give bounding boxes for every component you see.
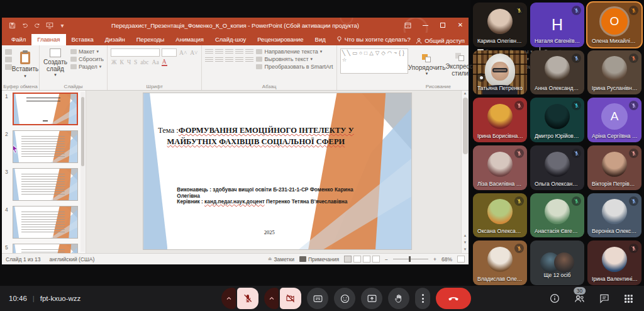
mic-muted-button[interactable] <box>237 288 258 309</box>
camera-options-chevron[interactable] <box>264 288 279 309</box>
participant-tile-6[interactable]: Ірина Борисівна Са... <box>473 98 527 142</box>
shape-glyph-3[interactable]: ○ <box>359 50 362 56</box>
shape-glyph-11[interactable]: } <box>402 50 404 56</box>
reactions-button[interactable] <box>334 288 355 309</box>
layout-button[interactable]: Макет▾ <box>70 48 104 55</box>
participant-tile-4[interactable]: Анна Олександрівн... <box>530 50 584 95</box>
list-buttons[interactable] <box>205 49 253 55</box>
present-button[interactable] <box>361 288 382 309</box>
editor-scrollbar[interactable]: ▴ ▴▾▾ <box>461 91 469 253</box>
activities-button[interactable] <box>623 293 634 304</box>
menu-tab-1[interactable]: Главная <box>31 34 65 45</box>
participant-tile-12[interactable]: Оксана Олександрі... <box>473 193 527 238</box>
shape-glyph-10[interactable]: { <box>399 50 401 56</box>
shape-glyph-7[interactable]: ◇ <box>381 50 386 56</box>
font-style-button-0[interactable]: Ж <box>111 59 118 65</box>
font-name-box[interactable] <box>111 48 160 57</box>
align-text-button[interactable]: Выровнять текст▾ <box>256 56 333 62</box>
more-options-button[interactable] <box>415 288 430 309</box>
font-style-button-2[interactable]: Ч <box>126 59 131 65</box>
font-style-button-3[interactable]: S <box>133 59 138 65</box>
menu-tab-0[interactable]: Файл <box>6 34 31 45</box>
participant-tile-8[interactable]: AАріна Сергіївна Ду... <box>587 98 641 142</box>
slide-thumbnail-4[interactable] <box>13 206 78 239</box>
new-slide-button[interactable]: Создать слайд▾ <box>43 47 68 82</box>
font-size-box[interactable] <box>162 48 177 57</box>
arrange-button[interactable]: Упорядочить▾ <box>411 47 443 82</box>
participant-tile-5[interactable]: Ірина Русланівна Б... <box>587 50 641 95</box>
participant-tile-1[interactable]: HНаталя Євгеніївна Н... <box>530 3 584 47</box>
paste-button[interactable]: Вставить▾ <box>14 47 36 82</box>
shrink-font-icon[interactable]: A˅ <box>189 50 198 56</box>
minimize-button[interactable] <box>417 19 433 31</box>
participant-tile-13[interactable]: Анастасія Євгеніївн... <box>530 193 584 238</box>
people-button[interactable]: 30 <box>574 293 586 305</box>
close-button[interactable]: ✕ <box>452 19 469 31</box>
menu-tab-7[interactable]: Рецензирование <box>252 34 309 45</box>
chat-button[interactable] <box>599 293 610 304</box>
notes-button[interactable]: ≐Заметки <box>268 256 294 263</box>
captions-button[interactable] <box>307 288 328 309</box>
shape-glyph-6[interactable]: ▽ <box>375 50 380 56</box>
menu-tab-4[interactable]: Переходы <box>131 34 170 45</box>
zoom-in-button[interactable]: + <box>433 256 436 263</box>
shape-glyph-4[interactable]: □ <box>364 50 367 56</box>
font-style-button-5[interactable]: Aa <box>152 59 160 65</box>
meeting-details-button[interactable] <box>549 293 560 304</box>
current-slide[interactable]: Тема :ФОРМУВАННЯ ЕМОЦІЙНОГО ІНТЕЛЕКТУ У … <box>143 93 411 249</box>
text-direction-button[interactable]: Направление текста▾ <box>256 48 333 55</box>
grow-font-icon[interactable]: A˄ <box>179 50 187 56</box>
shape-gallery[interactable]: ╲╲▭○□△▽◇◠~{}☆ <box>340 48 408 74</box>
shape-glyph-8[interactable]: ◠ <box>387 50 392 56</box>
participant-tile-9[interactable]: Ліза Василівна Цил... <box>473 145 527 190</box>
participant-tile-14[interactable]: Вероніка Олександ... <box>587 193 641 238</box>
font-style-button-4[interactable]: abc <box>140 59 149 65</box>
ribbon-display-icon[interactable] <box>399 19 416 31</box>
shape-glyph-12[interactable]: ☆ <box>342 57 347 63</box>
menu-tab-6[interactable]: Слайд-шоу <box>209 34 252 45</box>
slide-thumbnail-5[interactable] <box>13 244 78 253</box>
share-access-button[interactable]: Общий доступ <box>416 37 465 44</box>
font-style-button-1[interactable]: К <box>119 59 125 65</box>
menu-tab-2[interactable]: Вставка <box>66 34 99 45</box>
shape-glyph-2[interactable]: ▭ <box>352 50 357 56</box>
language-indicator[interactable]: английский (США) <box>49 256 94 263</box>
zoom-slider[interactable] <box>393 259 428 259</box>
zoom-level[interactable]: 68% <box>441 256 452 263</box>
participant-tile-11[interactable]: Вікторія Петрівна Н... <box>587 145 641 190</box>
more-participants-tile[interactable]: Ще 12 осіб <box>530 240 584 285</box>
camera-off-button[interactable] <box>280 288 301 309</box>
thumbnails-scrollbar[interactable] <box>80 92 85 252</box>
menu-tab-5[interactable]: Анимация <box>170 34 209 45</box>
shape-glyph-9[interactable]: ~ <box>394 50 397 56</box>
participant-tile-3[interactable]: Татьяна Петренко <box>473 50 527 95</box>
section-button[interactable]: Раздел▾ <box>70 64 104 70</box>
tell-me-box[interactable]: Что вы хотите сделать? <box>331 36 416 45</box>
shape-glyph-0[interactable]: ╲ <box>342 50 345 56</box>
slide-thumbnail-3[interactable] <box>13 168 78 201</box>
shape-glyph-1[interactable]: ╲ <box>347 50 350 56</box>
slide-thumbnail-1[interactable] <box>13 93 78 125</box>
participant-tile-15[interactable]: Владислав Олекса... <box>473 240 527 285</box>
participant-tile-2[interactable]: OОлена Михайлівна ... <box>587 3 641 47</box>
participant-tile-17[interactable]: Ірина Валентинівн... <box>587 240 641 285</box>
mic-options-chevron[interactable] <box>221 288 236 309</box>
font-style-button-6[interactable]: A <box>162 59 167 66</box>
restore-button[interactable] <box>435 19 451 31</box>
shape-glyph-5[interactable]: △ <box>369 50 374 56</box>
slide-thumbnail-2[interactable] <box>13 130 78 163</box>
participant-tile-10[interactable]: Ольга Олександрів... <box>530 145 584 190</box>
participant-tile-0[interactable]: Карина Олегівна Ф... <box>473 3 527 47</box>
end-call-button[interactable] <box>436 288 471 309</box>
clipboard-small-icons[interactable] <box>5 47 12 82</box>
fit-slide-button[interactable] <box>457 256 465 263</box>
smartart-button[interactable]: Преобразовать в SmartArt <box>256 64 333 70</box>
comments-button[interactable]: Примечания <box>299 256 339 263</box>
menu-tab-8[interactable]: Вид <box>309 34 331 45</box>
menu-tab-3[interactable]: Дизайн <box>99 34 131 45</box>
zoom-out-button[interactable]: − <box>385 256 388 263</box>
participant-tile-7[interactable]: Дмитро Юрійович ... <box>530 98 584 142</box>
align-buttons[interactable] <box>205 57 253 63</box>
reset-button[interactable]: Сбросить <box>70 56 104 62</box>
view-buttons[interactable] <box>344 256 380 263</box>
